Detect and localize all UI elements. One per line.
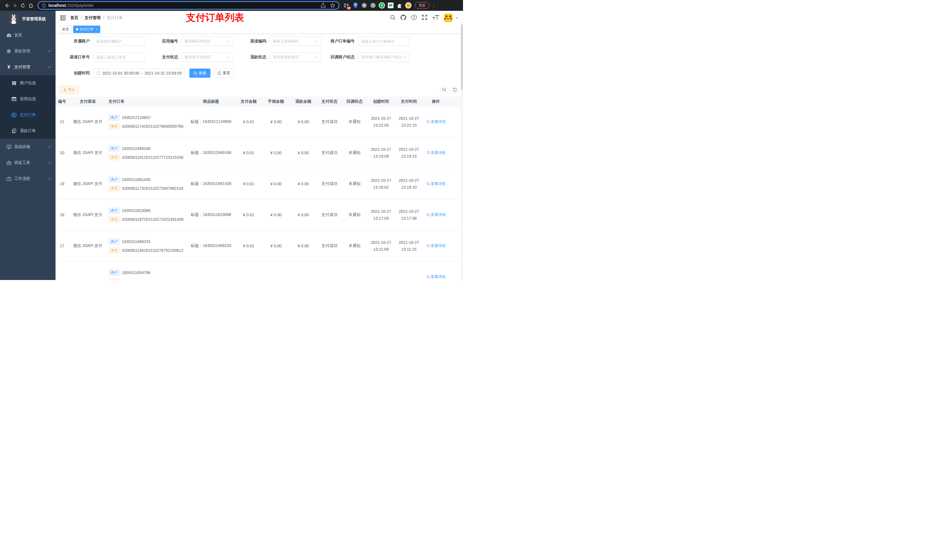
channel-order-no-field[interactable] (96, 55, 141, 59)
cell-created-time: 2021-10-2713:19:09 (367, 137, 395, 168)
sidebar-item-home[interactable]: 首页 (0, 27, 56, 43)
sidebar-logo[interactable]: 芋道管理系统 (0, 11, 56, 27)
view-detail-link[interactable]: 查看详情 (427, 119, 446, 124)
toggle-search-button[interactable] (440, 86, 448, 94)
merchant-input[interactable] (93, 37, 144, 46)
merchant-order-no-input[interactable] (358, 37, 409, 46)
cell-paid-time: 2021-10-2713:22:15 (395, 106, 423, 137)
svg-text:?: ? (413, 16, 415, 19)
sidebar-item-label: 系统管理 (14, 49, 48, 54)
cell-id: 19 (56, 169, 69, 199)
sidebar-item-infra[interactable]: 基础设施 (0, 139, 56, 155)
extension-command-icon[interactable]: ⌘ (361, 2, 367, 9)
callback-status-select[interactable]: 请选择订单回调商户状态 (358, 53, 409, 62)
sidebar-item-app-info[interactable]: 应用信息 (0, 91, 56, 107)
command-icon: ⌘ (362, 3, 367, 8)
refresh-table-button[interactable] (451, 86, 459, 94)
view-detail-link[interactable]: 查看详情 (427, 274, 446, 279)
cell-created-time: 2021-10-2713:22:05 (367, 106, 395, 137)
bookmark-button[interactable] (330, 3, 335, 8)
app-select[interactable]: 请选择应用信息 (182, 37, 233, 46)
browser-update-button[interactable]: 更新 (415, 2, 430, 9)
fullscreen-button[interactable] (422, 15, 427, 21)
close-tag-icon[interactable]: × (96, 27, 97, 31)
view-detail-link[interactable]: 查看详情 (427, 150, 446, 155)
cell-action: 查看详情 (423, 106, 449, 137)
extension-tabs-icon[interactable]: 10 (343, 2, 350, 9)
help-button[interactable]: ? (411, 15, 417, 21)
extension-emoji-avatar[interactable] (405, 2, 412, 9)
browser-forward-button[interactable] (11, 2, 19, 9)
extension-chat-icon[interactable] (387, 2, 394, 9)
browser-menu-button[interactable]: ⋮ (432, 4, 436, 7)
site-info-icon[interactable] (42, 3, 46, 8)
extension-record-icon[interactable] (370, 2, 376, 9)
search-button[interactable]: 搜索 (189, 69, 210, 78)
cell-title: 标题：1635311881439 (187, 169, 235, 199)
extension-y-icon[interactable]: Y (379, 2, 385, 9)
reset-button[interactable]: 重置 (213, 69, 235, 78)
active-dot-icon (76, 28, 78, 30)
sidebar-item-payment[interactable]: ¥ 支付管理 (0, 59, 56, 75)
channel-code-select[interactable]: 请输入渠道编码 (270, 37, 321, 46)
sidebar-item-pay-order[interactable]: ¥ 支付订单 (0, 107, 56, 123)
date-range-start: 2021-10-01 00:00:00 (102, 71, 139, 75)
filter-merchant: 所属商户 (59, 37, 144, 46)
sidebar-item-devtools[interactable]: 研发工具 (0, 155, 56, 171)
pay-tag-badge: 支付 (109, 247, 120, 254)
avatar-dropdown-caret[interactable]: ▼ (455, 17, 458, 20)
cell-refund: ¥ 0.00 (290, 231, 317, 261)
browser-home-button[interactable] (27, 2, 35, 9)
user-avatar[interactable] (444, 14, 452, 22)
scrollbar-thumb[interactable] (461, 24, 463, 90)
share-button[interactable] (321, 3, 325, 8)
filter-create-time: 创建时间 2021-10-01 00:00:00 - 2021-10-31 23… (59, 69, 185, 78)
view-detail-link[interactable]: 查看详情 (427, 243, 446, 248)
app-window: 芋道管理系统 首页 系统管理 ¥ 支付管理 商户信息 (0, 11, 463, 280)
sidebar-collapse-button[interactable] (60, 15, 66, 21)
cell-title: 标题：1635311468233 (187, 231, 235, 261)
sidebar-item-refund-order[interactable]: 退款订单 (0, 123, 56, 139)
extension-puzzle-icon[interactable] (396, 2, 402, 9)
breadcrumb-pay-manage[interactable]: 支付管理 (85, 15, 100, 21)
export-button[interactable]: 导出 (59, 86, 79, 94)
merchant-order-no-field[interactable] (361, 39, 406, 44)
tag-pay-order-active[interactable]: 支付订单× (73, 26, 100, 33)
pay-tag-badge: 支付 (109, 278, 120, 280)
merchant-input-field[interactable] (96, 39, 141, 44)
refund-status-select[interactable]: 请选择退款状态 (270, 53, 321, 62)
browser-toolbar: localhost:1024/pay/order 10 ⌘ Y 更新 ⋮ (0, 0, 463, 11)
breadcrumb-home[interactable]: 首页 (70, 15, 78, 21)
browser-reload-button[interactable] (19, 2, 27, 9)
table-tools (440, 86, 459, 94)
github-link[interactable] (400, 15, 406, 21)
cell-action: 查看详情 (423, 137, 449, 168)
browser-back-button[interactable] (3, 2, 11, 9)
sidebar-item-merchant-info[interactable]: 商户信息 (0, 75, 56, 91)
sidebar-submenu-payment: 商户信息 应用信息 ¥ 支付订单 退款订单 (0, 75, 56, 139)
breadcrumb-separator: / (81, 16, 82, 20)
sidebar-item-label: 工作流程 (14, 176, 48, 181)
sidebar-item-system[interactable]: 系统管理 (0, 43, 56, 59)
view-detail-link[interactable]: 查看详情 (427, 212, 446, 217)
cell-pay-status: 支付成功 (317, 169, 342, 199)
table-header-row: 编号 支付渠道 支付订单 商品标题 支付金额 手续金额 退款金额 支付状态 回调… (56, 97, 463, 106)
create-time-range-picker[interactable]: 2021-10-01 00:00:00 - 2021-10-31 23:59:5… (93, 69, 185, 78)
reload-icon (21, 3, 25, 8)
tag-home[interactable]: 首页 (59, 26, 71, 33)
search-icon (194, 71, 197, 75)
font-size-icon (432, 15, 439, 20)
hamburger-fold-icon (60, 15, 66, 21)
header-search-button[interactable] (390, 15, 395, 21)
font-size-button[interactable] (432, 15, 439, 21)
grid-table-icon (11, 97, 17, 101)
extension-pin-icon[interactable] (352, 2, 359, 9)
sidebar-item-workflow[interactable]: 工作流程 (0, 171, 56, 187)
filter-merchant-order-no: 商户订单编号 (321, 37, 409, 46)
address-bar[interactable]: localhost:1024/pay/order (38, 1, 339, 10)
channel-order-no-input[interactable] (93, 53, 144, 62)
sidebar-item-label: 支付管理 (14, 65, 48, 70)
pay-status-select[interactable]: 请选择支付状态 (182, 53, 233, 62)
page-scrollbar[interactable] (461, 22, 463, 280)
view-detail-link[interactable]: 查看详情 (427, 181, 446, 186)
